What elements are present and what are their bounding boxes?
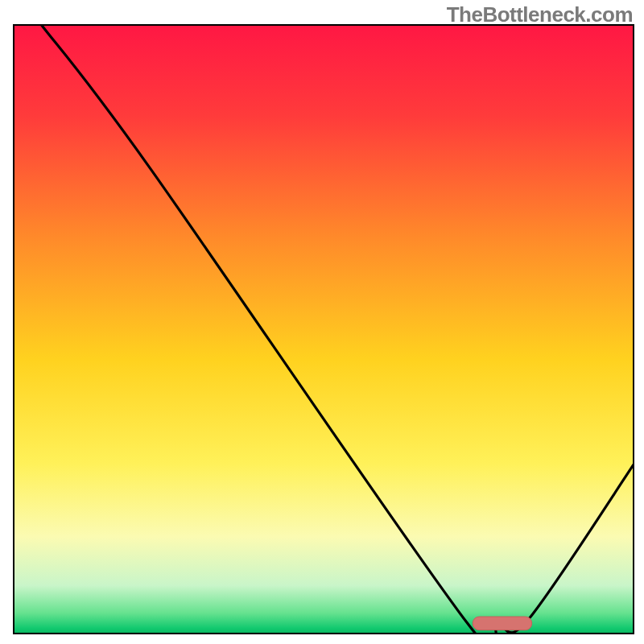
gradient-background bbox=[13, 24, 634, 634]
chart-frame: TheBottleneck.com bbox=[0, 0, 644, 644]
chart-svg bbox=[13, 24, 634, 634]
plot-area bbox=[13, 24, 634, 634]
optimal-range-marker bbox=[473, 617, 531, 630]
